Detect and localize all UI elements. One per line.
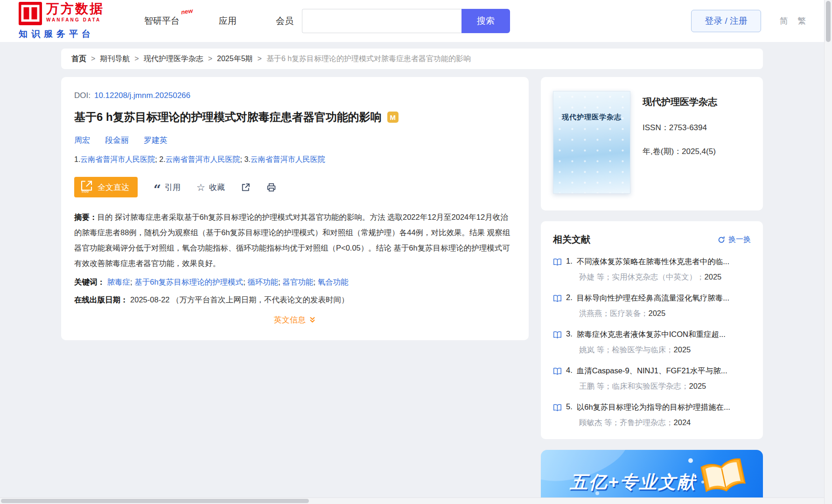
header: 万方数据 WANFANG DATA 知识服务平台 智研平台 new 应用 会员 …	[0, 0, 832, 42]
cite-button[interactable]: “ 引用	[154, 182, 181, 193]
breadcrumb-item-journal[interactable]: 现代护理医学杂志	[144, 54, 203, 64]
related-item-num: 1.	[566, 257, 573, 266]
m-badge-icon: M	[387, 112, 399, 123]
favorite-label: 收藏	[209, 182, 225, 193]
english-info-row: 英文信息	[74, 315, 516, 325]
nav-item-apps[interactable]: 应用	[219, 15, 237, 27]
breadcrumb-item-issue[interactable]: 2025年5期	[217, 54, 253, 64]
english-info-label: 英文信息	[274, 315, 306, 325]
journal-name-link[interactable]: 现代护理医学杂志	[643, 96, 717, 108]
related-item-title[interactable]: 不同液体复苏策略在脓毒性休克患者中的临...	[577, 257, 729, 267]
related-item-title[interactable]: 血清Caspase-9、NINJ1、FGF21水平与脓...	[577, 366, 727, 376]
affiliation-link[interactable]: 云南省普洱市人民医院	[80, 155, 155, 163]
wanfang-logo-icon	[19, 2, 42, 25]
affiliation-link[interactable]: 云南省普洱市人民医院	[251, 155, 325, 163]
related-item-title[interactable]: 以6h复苏目标理论为指导的目标护理措施在...	[577, 402, 730, 413]
keyword-link[interactable]: 器官功能	[282, 278, 313, 286]
journal-cover[interactable]: 现代护理医学杂志	[553, 91, 630, 194]
related-item-meta: 姚岚 等；检验医学与临床；2025	[579, 345, 751, 355]
cite-label: 引用	[165, 182, 181, 193]
volume-label: 年,卷(期)：	[643, 147, 682, 156]
fulltext-button[interactable]: free 全文直达	[74, 177, 138, 197]
favorite-button[interactable]: ☆ 收藏	[196, 182, 225, 193]
keyword-separator: ;	[130, 278, 134, 286]
issn-label: ISSN：	[643, 123, 669, 132]
related-item-meta: 洪燕燕；医疗装备；2025	[579, 308, 751, 319]
related-item-num: 4.	[566, 366, 573, 375]
related-item-title[interactable]: 脓毒症休克患者液体复苏中ICON和重症超...	[577, 329, 726, 340]
related-item-year: 2025	[674, 345, 691, 354]
journal-volume: 年,卷(期)：2025,4(5)	[643, 146, 717, 157]
wanfang-logo[interactable]: 万方数据 WANFANG DATA 知识服务平台	[19, 2, 104, 40]
keyword-link[interactable]: 脓毒症	[107, 278, 131, 286]
author-list: 周宏 段金丽 罗建英	[74, 135, 516, 146]
affiliation-num: 1.	[74, 155, 80, 163]
horizontal-scrollbar-thumb[interactable]	[1, 499, 309, 503]
brand-name-en: WANFANG DATA	[46, 17, 104, 22]
free-label: free	[82, 189, 89, 194]
keyword-separator: ;	[313, 278, 317, 286]
english-info-toggle[interactable]: 英文信息	[274, 315, 316, 325]
related-item-source: 顾敏杰 等；齐鲁护理杂志；	[579, 418, 674, 427]
refresh-label: 换一换	[728, 235, 751, 245]
brand-tagline: 知识服务平台	[19, 28, 104, 40]
search-button[interactable]: 搜索	[461, 9, 510, 33]
keywords-row: 关键词： 脓毒症; 基于6h复苏目标理论的护理模式; 循环功能; 器官功能; 氧…	[74, 275, 516, 289]
refresh-button[interactable]: 换一换	[718, 235, 751, 245]
volume-value: 2025,4(5)	[682, 147, 716, 156]
affiliation-separator: ;	[155, 155, 159, 163]
language-toggle: 简 繁	[780, 15, 806, 27]
journal-info: 现代护理医学杂志 ISSN：2753-6394 年,卷(期)：2025,4(5)	[643, 91, 717, 194]
keyword-link[interactable]: 循环功能	[247, 278, 278, 286]
article-title: 基于6 h复苏目标理论的护理模式对脓毒症患者器官功能的影响 M	[74, 110, 516, 125]
book-stack-icon	[700, 457, 747, 501]
doi-label: DOI:	[74, 91, 91, 100]
share-button[interactable]	[241, 182, 251, 192]
related-item: 1. 不同液体复苏策略在脓毒性休克患者中的临... 孙婕 等；实用休克杂志（中英…	[553, 257, 751, 282]
related-item: 2. 目标导向性护理在经鼻高流量湿化氧疗脓毒... 洪燕燕；医疗装备；2025	[553, 293, 751, 319]
publish-note: （万方平台首次上网日期，不代表论文的发表时间）	[172, 295, 349, 304]
affiliation-num: 2.	[159, 155, 165, 163]
header-right: 登录 / 注册 简 繁	[691, 10, 806, 32]
nav-item-zhiyan[interactable]: 智研平台 new	[144, 15, 180, 27]
lang-simplified[interactable]: 简	[780, 15, 788, 27]
breadcrumb: 首页 > 期刊导航 > 现代护理医学杂志 > 2025年5期 > 基于6 h复苏…	[61, 49, 763, 69]
search-input[interactable]	[302, 9, 461, 33]
doi-row: DOI:10.12208/j.jmnm.20250266	[74, 91, 516, 100]
vertical-scrollbar[interactable]	[824, 0, 832, 504]
doi-link[interactable]: 10.12208/j.jmnm.20250266	[94, 91, 190, 100]
related-item-source: 王鹏 等；临床和实验医学杂志；	[579, 382, 689, 390]
main-nav: 智研平台 new 应用 会员	[144, 15, 294, 27]
journal-card: 现代护理医学杂志 现代护理医学杂志 ISSN：2753-6394 年,卷(期)：…	[541, 77, 763, 210]
related-item-year: 2025	[689, 382, 706, 390]
related-item: 3. 脓毒症休克患者液体复苏中ICON和重症超... 姚岚 等；检验医学与临床；…	[553, 329, 751, 355]
columns: DOI:10.12208/j.jmnm.20250266 基于6 h复苏目标理论…	[61, 77, 763, 504]
vertical-scrollbar-thumb[interactable]	[826, 1, 831, 42]
lang-traditional[interactable]: 繁	[797, 15, 806, 27]
breadcrumb-item-journal-nav[interactable]: 期刊导航	[100, 54, 130, 64]
fulltext-free-icon: free	[80, 180, 93, 194]
related-item-num: 3.	[566, 329, 573, 338]
breadcrumb-separator: >	[134, 55, 139, 63]
related-item-title[interactable]: 目标导向性护理在经鼻高流量湿化氧疗脓毒...	[577, 293, 729, 303]
quote-icon: “	[154, 183, 161, 191]
keyword-link[interactable]: 基于6h复苏目标理论的护理模式	[134, 278, 243, 286]
author-link[interactable]: 段金丽	[105, 135, 129, 146]
page: 万方数据 WANFANG DATA 知识服务平台 智研平台 new 应用 会员 …	[0, 0, 832, 504]
nav-item-member[interactable]: 会员	[276, 15, 294, 27]
horizontal-scrollbar[interactable]	[0, 497, 824, 504]
author-link[interactable]: 周宏	[74, 135, 90, 146]
related-item-source: 洪燕燕；医疗装备；	[579, 309, 649, 317]
keyword-link[interactable]: 氧合功能	[318, 278, 349, 286]
ad-banner[interactable]: 五亿+专业文献	[541, 450, 763, 504]
breadcrumb-item-home[interactable]: 首页	[71, 54, 86, 64]
login-register-button[interactable]: 登录 / 注册	[691, 10, 761, 32]
search-bar: 搜索	[302, 9, 510, 33]
affiliation-list: 1.云南省普洱市人民医院; 2.云南省普洱市人民医院; 3.云南省普洱市人民医院	[74, 155, 516, 165]
book-icon	[553, 404, 562, 413]
publish-label: 在线出版日期：	[74, 295, 128, 304]
print-button[interactable]	[266, 182, 276, 192]
related-item-source: 孙婕 等；实用休克杂志（中英文）；	[579, 273, 705, 281]
author-link[interactable]: 罗建英	[144, 135, 168, 146]
affiliation-link[interactable]: 云南省普洱市人民医院	[166, 155, 240, 163]
